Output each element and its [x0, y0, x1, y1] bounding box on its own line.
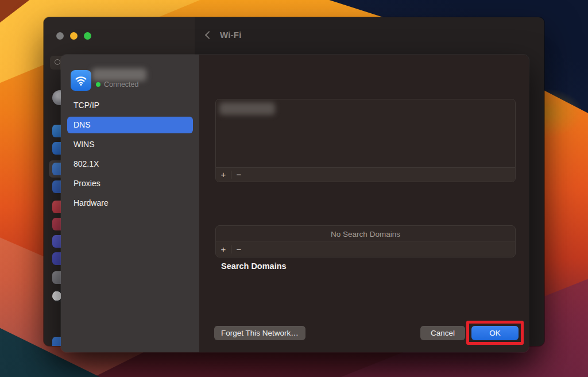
cancel-button[interactable]: Cancel: [420, 326, 465, 340]
connected-status-dot: [96, 82, 100, 87]
dns-list-toolbar: + −: [216, 167, 515, 182]
page-title: Wi-Fi: [220, 30, 242, 40]
network-name-redacted: [92, 68, 146, 81]
dns-servers-list[interactable]: + −: [215, 99, 516, 182]
search-domains-empty-label: No Search Domains: [216, 226, 515, 242]
remove-dns-server-button[interactable]: −: [231, 168, 246, 182]
close-button[interactable]: [56, 32, 64, 40]
sheet-nav-list: TCP/IP DNS WINS 802.1X Proxies Hardware: [67, 97, 193, 214]
search-domains-toolbar: + −: [216, 241, 515, 257]
window-traffic-lights: [56, 32, 91, 40]
sheet-sidebar: Connected TCP/IP DNS WINS 802.1X Proxies…: [61, 55, 199, 352]
wifi-details-sheet: Connected TCP/IP DNS WINS 802.1X Proxies…: [61, 55, 529, 352]
search-icon: [55, 59, 60, 65]
tab-tcpip[interactable]: TCP/IP: [67, 97, 193, 114]
add-search-domain-button[interactable]: +: [216, 243, 231, 256]
add-dns-server-button[interactable]: +: [216, 168, 231, 182]
zoom-button[interactable]: [84, 32, 91, 40]
connection-status: Connected: [96, 80, 138, 89]
tab-hardware[interactable]: Hardware: [67, 195, 193, 211]
sheet-content: DNS Servers IPv4 or IPv6 addresses + − S…: [199, 55, 529, 352]
minimize-button[interactable]: [70, 32, 78, 40]
wifi-network-icon: [71, 70, 91, 91]
tab-8021x[interactable]: 802.1X: [67, 156, 193, 172]
ok-button-red-annotation: OK: [466, 321, 524, 345]
search-domains-list[interactable]: No Search Domains + −: [215, 225, 516, 257]
search-domains-title: Search Domains: [221, 261, 287, 271]
tab-proxies[interactable]: Proxies: [67, 175, 193, 192]
dns-entry-redacted: [219, 102, 275, 115]
tab-dns[interactable]: DNS: [67, 117, 193, 133]
remove-search-domain-button[interactable]: −: [231, 243, 246, 256]
wifi-waves-icon: [74, 73, 88, 88]
connected-status-label: Connected: [104, 80, 138, 89]
window-header: Wi-Fi: [206, 30, 242, 40]
back-chevron-icon[interactable]: [205, 30, 213, 39]
forget-network-button[interactable]: Forget This Network…: [214, 326, 305, 340]
tab-wins[interactable]: WINS: [67, 136, 193, 153]
ok-button[interactable]: OK: [471, 326, 519, 340]
